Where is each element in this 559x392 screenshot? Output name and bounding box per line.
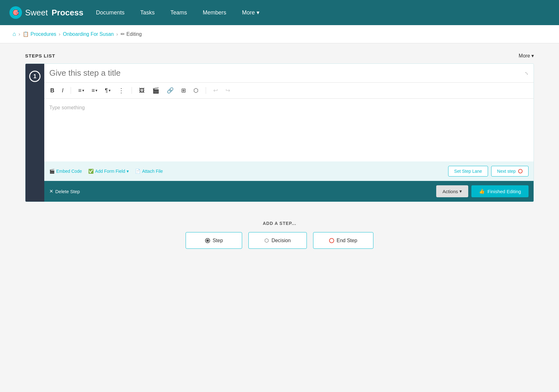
step-footer-light: 🎬 Embed Code ✅ Add Form Field ▾ 📄 Attach… (44, 161, 534, 181)
actions-dropdown-icon: ▾ (459, 188, 462, 194)
video-icon: 🎬 (49, 169, 55, 174)
editor-body[interactable]: Type something (44, 99, 534, 161)
step-number-col: 1 (25, 64, 44, 202)
italic-button[interactable]: I (60, 86, 65, 95)
toolbar-separator-3 (206, 87, 206, 94)
embed-code-button[interactable]: 🎬 Embed Code (49, 169, 82, 174)
nav-members[interactable]: Members (203, 9, 226, 16)
brand-logo[interactable]: 🎯 SweetProcess (9, 6, 83, 19)
more-options-button[interactable]: ⋮ (117, 86, 126, 95)
toolbar-separator-2 (132, 87, 132, 94)
add-step-buttons: Step ⬡ Decision End Step (186, 232, 373, 249)
footer-dark-right: Actions ▾ 👍 Finished Editing (436, 185, 529, 197)
form-icon: ✅ (88, 169, 94, 174)
editor-placeholder: Type something (49, 105, 85, 110)
chevron-down-icon: ▾ (257, 9, 259, 16)
paragraph-button[interactable]: ¶ ▾ (103, 86, 112, 95)
breadcrumb-sep-1: › (19, 31, 20, 37)
step-number-badge: 1 (29, 71, 41, 82)
finished-editing-button[interactable]: 👍 Finished Editing (471, 185, 529, 197)
video-button[interactable]: 🎬 (151, 86, 161, 95)
bold-button[interactable]: B (49, 86, 56, 95)
pencil-icon: ✏ (121, 31, 125, 37)
steps-list-header: STEPS LIST More ▾ (25, 53, 534, 59)
resize-handle-icon: ⤡ (525, 71, 529, 76)
nav-tasks[interactable]: Tasks (140, 9, 155, 16)
add-end-step-button[interactable]: End Step (313, 232, 373, 249)
steps-list-title: STEPS LIST (25, 53, 55, 58)
unordered-list-button[interactable]: ≡ ▾ (90, 86, 99, 95)
breadcrumb-procedures[interactable]: 📋 Procedures (23, 31, 56, 37)
next-step-circle-icon (518, 169, 523, 173)
step-body: ⤡ B I ≡ ▾ ≡ ▾ ¶ ▾ ⋮ 🖼 🎬 🔗 (44, 64, 534, 202)
footer-light-actions: 🎬 Embed Code ✅ Add Form Field ▾ 📄 Attach… (49, 169, 163, 174)
dropdown-icon: ▾ (127, 169, 129, 174)
add-decision-button[interactable]: ⬡ Decision (248, 232, 307, 249)
breadcrumb: ⌂ › 📋 Procedures › Onboarding For Susan … (0, 25, 559, 43)
step-dot-icon (205, 238, 210, 243)
add-step-section: ADD A STEP... Step ⬡ Decision End Step (25, 221, 534, 249)
main-content: STEPS LIST More ▾ 1 ⤡ B I ≡ ▾ (0, 43, 559, 258)
delete-step-button[interactable]: ✕ Delete Step (49, 188, 80, 194)
ordered-list-button[interactable]: ≡ ▾ (77, 86, 86, 95)
add-step-button[interactable]: Step (186, 232, 242, 249)
close-icon: ✕ (49, 188, 53, 194)
diamond-icon: ⬡ (264, 237, 269, 243)
actions-button[interactable]: Actions ▾ (436, 185, 468, 197)
nav-documents[interactable]: Documents (96, 9, 124, 16)
link-button[interactable]: 🔗 (165, 86, 175, 95)
toolbar-separator-1 (71, 87, 71, 94)
navbar: 🎯 SweetProcess Documents Tasks Teams Mem… (0, 0, 559, 25)
procedures-icon: 📋 (23, 31, 29, 37)
editor-toolbar: B I ≡ ▾ ≡ ▾ ¶ ▾ ⋮ 🖼 🎬 🔗 ⊞ ⬡ (44, 83, 534, 99)
breadcrumb-procedure-name[interactable]: Onboarding For Susan (63, 31, 114, 37)
image-button[interactable]: 🖼 (138, 86, 146, 95)
attach-file-button[interactable]: 📄 Attach File (135, 169, 163, 174)
set-step-lane-button[interactable]: Set Step Lane (448, 166, 488, 177)
chevron-down-icon: ▾ (531, 53, 534, 59)
step-footer-dark: ✕ Delete Step Actions ▾ 👍 Finished Editi… (44, 181, 534, 202)
embed-button[interactable]: ⬡ (192, 86, 200, 95)
undo-button[interactable]: ↩ (212, 86, 220, 95)
next-step-button[interactable]: Next step (491, 166, 529, 177)
nav-links: Documents Tasks Teams Members More ▾ (96, 9, 550, 16)
step-card: 1 ⤡ B I ≡ ▾ ≡ ▾ ¶ ▾ (25, 63, 534, 202)
table-button[interactable]: ⊞ (180, 86, 187, 95)
brand-icon: 🎯 (9, 6, 22, 19)
thumbs-up-icon: 👍 (479, 188, 485, 194)
brand-sweet: Sweet (25, 8, 48, 18)
breadcrumb-sep-3: › (116, 31, 118, 37)
add-form-field-button[interactable]: ✅ Add Form Field ▾ (88, 169, 129, 174)
redo-button[interactable]: ↪ (224, 86, 232, 95)
breadcrumb-editing: ✏ Editing (121, 31, 142, 37)
step-title-area: ⤡ (44, 64, 534, 83)
end-step-circle-icon (329, 238, 334, 243)
breadcrumb-sep-2: › (59, 31, 60, 37)
steps-list-more-button[interactable]: More ▾ (519, 53, 534, 59)
brand-process: Process (52, 8, 83, 18)
file-icon: 📄 (135, 169, 140, 174)
nav-more[interactable]: More ▾ (242, 9, 259, 16)
nav-teams[interactable]: Teams (171, 9, 187, 16)
footer-light-right: Set Step Lane Next step (448, 166, 529, 177)
home-icon[interactable]: ⌂ (13, 31, 16, 37)
add-step-label: ADD A STEP... (263, 221, 296, 226)
step-title-input[interactable] (49, 68, 525, 78)
